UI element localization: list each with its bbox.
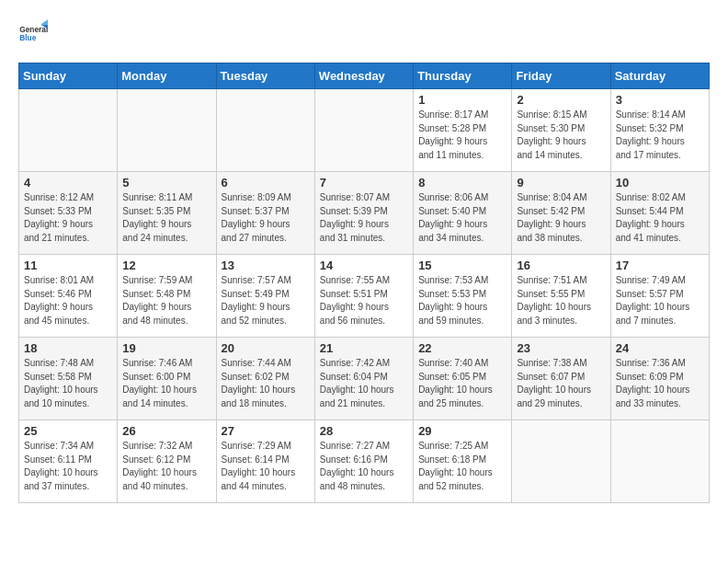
day-number: 21 [320, 341, 408, 355]
day-number: 10 [616, 176, 704, 190]
day-number: 23 [517, 341, 605, 355]
day-info: Sunrise: 7:46 AM Sunset: 6:00 PM Dayligh… [122, 357, 210, 410]
day-header-monday: Monday [118, 63, 216, 89]
day-number: 27 [222, 424, 310, 438]
day-info: Sunrise: 8:09 AM Sunset: 5:37 PM Dayligh… [222, 191, 310, 245]
calendar-cell: 24Sunrise: 7:36 AM Sunset: 6:09 PM Dayli… [610, 338, 709, 420]
calendar-cell: 29Sunrise: 7:25 AM Sunset: 6:18 PM Dayli… [414, 420, 512, 503]
calendar-cell: 6Sunrise: 8:09 AM Sunset: 5:37 PM Daylig… [216, 172, 314, 255]
week-row-3: 11Sunrise: 8:01 AM Sunset: 5:46 PM Dayli… [19, 255, 710, 338]
calendar-cell [314, 89, 413, 172]
calendar-cell: 12Sunrise: 7:59 AM Sunset: 5:48 PM Dayli… [118, 255, 216, 338]
day-header-wednesday: Wednesday [314, 63, 413, 89]
day-info: Sunrise: 7:51 AM Sunset: 5:55 PM Dayligh… [517, 274, 605, 327]
day-number: 6 [222, 176, 310, 190]
calendar-cell: 3Sunrise: 8:14 AM Sunset: 5:32 PM Daylig… [610, 89, 709, 172]
day-number: 12 [122, 259, 210, 272]
day-number: 1 [418, 93, 506, 107]
calendar-cell: 19Sunrise: 7:46 AM Sunset: 6:00 PM Dayli… [118, 338, 216, 420]
day-info: Sunrise: 7:38 AM Sunset: 6:07 PM Dayligh… [517, 357, 605, 410]
day-info: Sunrise: 8:14 AM Sunset: 5:32 PM Dayligh… [616, 109, 704, 162]
calendar-cell: 23Sunrise: 7:38 AM Sunset: 6:07 PM Dayli… [512, 338, 610, 420]
day-info: Sunrise: 7:32 AM Sunset: 6:12 PM Dayligh… [122, 440, 210, 493]
day-number: 29 [418, 424, 506, 438]
day-info: Sunrise: 8:15 AM Sunset: 5:30 PM Dayligh… [517, 109, 605, 162]
day-number: 17 [616, 259, 704, 272]
day-info: Sunrise: 7:34 AM Sunset: 6:11 PM Dayligh… [24, 440, 112, 493]
day-number: 26 [122, 424, 210, 438]
day-info: Sunrise: 7:25 AM Sunset: 6:18 PM Dayligh… [418, 440, 506, 493]
calendar-cell: 28Sunrise: 7:27 AM Sunset: 6:16 PM Dayli… [314, 420, 413, 503]
calendar-cell: 16Sunrise: 7:51 AM Sunset: 5:55 PM Dayli… [512, 255, 610, 338]
day-number: 25 [24, 424, 112, 438]
calendar-cell: 9Sunrise: 8:04 AM Sunset: 5:42 PM Daylig… [512, 172, 610, 255]
day-info: Sunrise: 8:07 AM Sunset: 5:39 PM Dayligh… [320, 191, 408, 245]
day-info: Sunrise: 8:12 AM Sunset: 5:33 PM Dayligh… [24, 191, 112, 245]
calendar-cell: 27Sunrise: 7:29 AM Sunset: 6:14 PM Dayli… [216, 420, 314, 503]
day-info: Sunrise: 8:02 AM Sunset: 5:44 PM Dayligh… [616, 191, 704, 245]
calendar-cell: 13Sunrise: 7:57 AM Sunset: 5:49 PM Dayli… [216, 255, 314, 338]
day-info: Sunrise: 7:36 AM Sunset: 6:09 PM Dayligh… [616, 357, 704, 410]
calendar-cell: 10Sunrise: 8:02 AM Sunset: 5:44 PM Dayli… [610, 172, 709, 255]
calendar-cell: 20Sunrise: 7:44 AM Sunset: 6:02 PM Dayli… [216, 338, 314, 420]
calendar-cell: 15Sunrise: 7:53 AM Sunset: 5:53 PM Dayli… [414, 255, 512, 338]
calendar-cell: 17Sunrise: 7:49 AM Sunset: 5:57 PM Dayli… [610, 255, 709, 338]
calendar-cell: 18Sunrise: 7:48 AM Sunset: 5:58 PM Dayli… [19, 338, 118, 420]
day-info: Sunrise: 7:44 AM Sunset: 6:02 PM Dayligh… [222, 357, 310, 410]
day-info: Sunrise: 8:04 AM Sunset: 5:42 PM Dayligh… [517, 191, 605, 245]
day-info: Sunrise: 8:01 AM Sunset: 5:46 PM Dayligh… [24, 274, 112, 327]
day-number: 16 [517, 259, 605, 272]
day-number: 9 [517, 176, 605, 190]
calendar-cell: 2Sunrise: 8:15 AM Sunset: 5:30 PM Daylig… [512, 89, 610, 172]
day-number: 24 [616, 341, 704, 355]
day-info: Sunrise: 7:59 AM Sunset: 5:48 PM Dayligh… [122, 274, 210, 327]
calendar-cell: 8Sunrise: 8:06 AM Sunset: 5:40 PM Daylig… [414, 172, 512, 255]
page-header: General Blue [18, 18, 710, 48]
calendar-cell [610, 420, 709, 503]
day-header-friday: Friday [512, 63, 610, 89]
day-number: 15 [418, 259, 506, 272]
day-info: Sunrise: 7:57 AM Sunset: 5:49 PM Dayligh… [222, 274, 310, 327]
calendar-cell: 25Sunrise: 7:34 AM Sunset: 6:11 PM Dayli… [19, 420, 118, 503]
day-header-saturday: Saturday [610, 63, 709, 89]
day-info: Sunrise: 7:49 AM Sunset: 5:57 PM Dayligh… [616, 274, 704, 327]
calendar-cell: 5Sunrise: 8:11 AM Sunset: 5:35 PM Daylig… [118, 172, 216, 255]
calendar-table: SundayMondayTuesdayWednesdayThursdayFrid… [18, 63, 710, 503]
calendar-cell: 22Sunrise: 7:40 AM Sunset: 6:05 PM Dayli… [414, 338, 512, 420]
day-header-sunday: Sunday [19, 63, 118, 89]
day-number: 8 [418, 176, 506, 190]
day-number: 13 [222, 259, 310, 272]
day-number: 22 [418, 341, 506, 355]
week-row-1: 1Sunrise: 8:17 AM Sunset: 5:28 PM Daylig… [19, 89, 710, 172]
calendar-cell [512, 420, 610, 503]
calendar-cell [118, 89, 216, 172]
day-number: 2 [517, 93, 605, 107]
day-number: 28 [320, 424, 408, 438]
day-info: Sunrise: 7:42 AM Sunset: 6:04 PM Dayligh… [320, 357, 408, 410]
day-number: 4 [24, 176, 112, 190]
day-info: Sunrise: 8:11 AM Sunset: 5:35 PM Dayligh… [122, 191, 210, 245]
week-row-2: 4Sunrise: 8:12 AM Sunset: 5:33 PM Daylig… [19, 172, 710, 255]
day-info: Sunrise: 7:53 AM Sunset: 5:53 PM Dayligh… [418, 274, 506, 327]
week-row-4: 18Sunrise: 7:48 AM Sunset: 5:58 PM Dayli… [19, 338, 710, 420]
calendar-cell: 26Sunrise: 7:32 AM Sunset: 6:12 PM Dayli… [118, 420, 216, 503]
day-number: 18 [24, 341, 112, 355]
day-number: 7 [320, 176, 408, 190]
day-number: 20 [222, 341, 310, 355]
day-number: 11 [24, 259, 112, 272]
calendar-cell: 11Sunrise: 8:01 AM Sunset: 5:46 PM Dayli… [19, 255, 118, 338]
calendar-cell: 1Sunrise: 8:17 AM Sunset: 5:28 PM Daylig… [414, 89, 512, 172]
logo-icon: General Blue [18, 18, 48, 48]
day-number: 19 [122, 341, 210, 355]
calendar-cell: 21Sunrise: 7:42 AM Sunset: 6:04 PM Dayli… [314, 338, 413, 420]
day-info: Sunrise: 8:17 AM Sunset: 5:28 PM Dayligh… [418, 109, 506, 162]
calendar-cell: 14Sunrise: 7:55 AM Sunset: 5:51 PM Dayli… [314, 255, 413, 338]
calendar-cell: 4Sunrise: 8:12 AM Sunset: 5:33 PM Daylig… [19, 172, 118, 255]
day-info: Sunrise: 7:40 AM Sunset: 6:05 PM Dayligh… [418, 357, 506, 410]
calendar-cell [216, 89, 314, 172]
day-number: 14 [320, 259, 408, 272]
day-info: Sunrise: 7:48 AM Sunset: 5:58 PM Dayligh… [24, 357, 112, 410]
svg-marker-3 [40, 19, 48, 24]
day-info: Sunrise: 8:06 AM Sunset: 5:40 PM Dayligh… [418, 191, 506, 245]
day-info: Sunrise: 7:55 AM Sunset: 5:51 PM Dayligh… [320, 274, 408, 327]
